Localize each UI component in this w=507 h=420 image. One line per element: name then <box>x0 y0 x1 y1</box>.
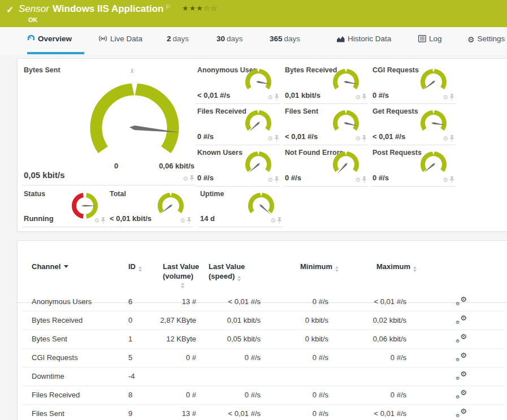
sort-desc-icon <box>64 265 68 268</box>
tab-label: days <box>173 34 189 43</box>
priority-stars[interactable]: ★★★☆☆ <box>182 4 218 12</box>
tab-365-days[interactable]: 365days <box>270 34 300 48</box>
sort-icon <box>335 266 339 272</box>
tile-actions: ⚙ <box>355 92 367 102</box>
gear-icon[interactable]: ⚙ <box>355 135 361 142</box>
table-body: Anonymous Users 6 13 # < 0,01 #/s 0 #/s … <box>18 293 507 420</box>
column-header-maximum[interactable]: Maximum <box>376 262 417 272</box>
column-header-minimum[interactable]: Minimum <box>300 262 339 272</box>
tile-actions: ⚙ <box>267 174 279 184</box>
tile-actions: ⚙ <box>355 133 367 143</box>
primary-gauge[interactable] <box>87 80 182 155</box>
stars-empty[interactable]: ☆☆ <box>203 4 218 12</box>
pin-icon[interactable] <box>362 135 367 142</box>
channel-tile: Not Found Errors 0 #/s ⚙ <box>283 146 368 187</box>
table-row[interactable]: Downtime -4 ⚙⚙ <box>18 367 507 386</box>
channel-gauge-label: Files Sent <box>285 107 318 115</box>
pin-icon[interactable] <box>277 217 282 224</box>
channel-gauge-label: Get Requests <box>372 107 418 115</box>
cell-channel[interactable]: Files Received <box>32 391 122 399</box>
table-row[interactable]: Files Received 8 0 # 0 #/s 0 #/s 0 #/s ⚙… <box>18 386 507 405</box>
channel-settings-icon[interactable]: ⚙⚙ <box>456 407 467 419</box>
table-row[interactable]: Bytes Sent 1 12 KByte 0,05 kbit/s 0 kbit… <box>18 330 507 349</box>
pin-icon[interactable] <box>362 176 367 183</box>
pin-icon[interactable] <box>274 176 279 183</box>
broadcast-icon <box>98 35 107 42</box>
tab-number: 365 <box>270 34 283 43</box>
table-row[interactable]: CGI Requests 5 0 # 0 #/s 0 #/s 0 #/s ⚙⚙ <box>18 349 507 367</box>
channel-settings-icon[interactable]: ⚙⚙ <box>456 351 467 363</box>
tab-live-data[interactable]: Live Data <box>98 34 142 48</box>
gauge-icon <box>27 34 35 42</box>
gear-icon[interactable]: ⚙ <box>270 217 276 224</box>
pin-icon[interactable] <box>449 176 454 183</box>
cell-channel[interactable]: Anonymous Users <box>32 297 122 306</box>
gear-icon[interactable]: ⚙ <box>94 217 99 224</box>
cell-last-value-volume: 0 # <box>140 391 196 399</box>
gear-icon[interactable]: ⚙ <box>443 176 448 183</box>
gauges-panel: Bytes Sent x̄ 0 0,06 kbit/s 0,05 kbit/s … <box>17 58 507 232</box>
tile-actions: ⚙ <box>443 133 454 143</box>
tab-30-days[interactable]: 30days <box>216 34 243 48</box>
pin-icon[interactable] <box>274 94 279 101</box>
gear-icon: ⚙ <box>467 35 475 44</box>
channel-tile: Get Requests < 0,01 #/s ⚙ <box>371 105 456 145</box>
tab-settings[interactable]: ⚙Settings <box>467 34 505 48</box>
primary-channel-tile: Bytes Sent x̄ 0 0,06 kbit/s 0,05 kbit/s … <box>22 64 196 185</box>
cell-channel[interactable]: Downtime <box>32 372 122 380</box>
channel-settings-icon[interactable]: ⚙⚙ <box>456 295 467 308</box>
pin-icon[interactable] <box>449 135 454 142</box>
cell-last-value-volume: 13 # <box>140 297 196 306</box>
tile-actions: ⚙ <box>270 215 282 225</box>
gear-icon[interactable]: ⚙ <box>267 135 273 142</box>
gauge-scale-max: 0,06 kbit/s <box>159 162 194 170</box>
favorite-flag-icon[interactable]: ⚐ <box>165 3 171 10</box>
column-header-last-value-volume[interactable]: Last Value (volume) <box>163 262 199 288</box>
channel-settings-icon[interactable]: ⚙⚙ <box>456 314 467 326</box>
gear-icon[interactable]: ⚙ <box>355 176 361 183</box>
cell-last-value-speed: < 0,01 #/s <box>204 409 261 418</box>
column-header-id[interactable]: ID <box>128 262 142 272</box>
channel-gauge-value: < 0,01 kbit/s <box>110 214 151 223</box>
gear-icon[interactable]: ⚙ <box>183 175 188 182</box>
channel-gauge-value: < 0,01 #/s <box>372 132 405 141</box>
gear-icon[interactable]: ⚙ <box>355 94 361 101</box>
gear-icon[interactable]: ⚙ <box>443 135 448 142</box>
cell-channel[interactable]: Files Sent <box>32 409 122 418</box>
tab-label: Live Data <box>110 34 142 43</box>
cell-last-value-volume: 12 KByte <box>140 335 196 343</box>
gear-icon[interactable]: ⚙ <box>267 176 273 183</box>
column-header-last-value-speed[interactable]: Last Value (speed) <box>209 262 245 282</box>
channel-settings-icon[interactable]: ⚙⚙ <box>456 332 467 345</box>
channel-tile: Anonymous Users < 0,01 #/s ⚙ <box>196 64 280 104</box>
channel-gauge-value: < 0,01 #/s <box>197 91 230 99</box>
tab-overview[interactable]: Overview <box>27 34 72 48</box>
pin-icon[interactable] <box>362 94 367 101</box>
pin-icon[interactable] <box>274 135 279 142</box>
table-row[interactable]: Files Sent 9 13 # < 0,01 #/s 0 #/s < 0,0… <box>18 405 507 420</box>
gear-icon[interactable]: ⚙ <box>180 217 185 224</box>
tab-historic-data[interactable]: Historic Data <box>337 34 391 48</box>
column-header-channel[interactable]: Channel <box>32 262 68 271</box>
channel-settings-icon[interactable]: ⚙⚙ <box>456 370 467 382</box>
cell-minimum: 0 #/s <box>272 353 328 362</box>
channel-gauge-value: 0 #/s <box>372 91 389 99</box>
pin-icon[interactable] <box>101 217 106 224</box>
tab-2-days[interactable]: 2days <box>167 34 189 48</box>
gear-icon[interactable]: ⚙ <box>443 94 448 101</box>
tile-actions: ⚙ <box>443 92 454 102</box>
tab-log[interactable]: Log <box>418 34 442 48</box>
gear-icon[interactable]: ⚙ <box>267 94 273 101</box>
pin-icon[interactable] <box>187 217 192 224</box>
stars-filled[interactable]: ★★★ <box>182 4 203 12</box>
pin-icon[interactable] <box>449 94 454 101</box>
channel-settings-icon[interactable]: ⚙⚙ <box>456 388 467 401</box>
table-row[interactable]: Bytes Received 0 2,87 KByte 0,01 kbit/s … <box>18 311 507 330</box>
channel-gauge-label: Post Requests <box>372 149 422 157</box>
cell-channel[interactable]: CGI Requests <box>32 353 122 362</box>
average-marker: x̄ <box>131 67 134 74</box>
pin-icon[interactable] <box>189 175 194 182</box>
cell-channel[interactable]: Bytes Received <box>32 316 122 324</box>
table-row[interactable]: Anonymous Users 6 13 # < 0,01 #/s 0 #/s … <box>18 293 507 311</box>
cell-channel[interactable]: Bytes Sent <box>32 335 122 343</box>
